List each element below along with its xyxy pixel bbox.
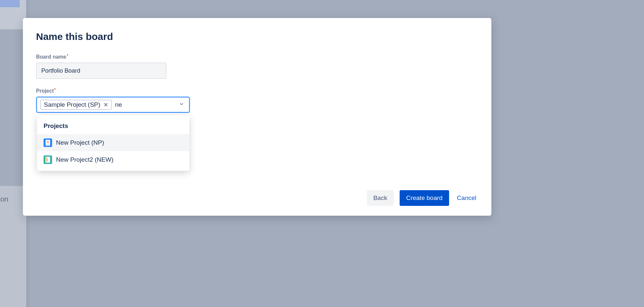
bg-panel-bottom <box>0 186 26 307</box>
dropdown-item-label: New Project (NP) <box>56 139 104 146</box>
chevron-down-icon <box>179 102 184 106</box>
project-search-input[interactable] <box>115 101 128 108</box>
dropdown-item-new-project2[interactable]: New Project2 (NEW) <box>37 151 189 168</box>
project-field-group: Project* Sample Project (SP) ✕ Projects … <box>36 88 478 113</box>
board-name-input[interactable] <box>36 63 166 79</box>
remove-chip-icon[interactable]: ✕ <box>103 102 109 108</box>
project-chip-label: Sample Project (SP) <box>44 101 100 108</box>
create-board-button[interactable]: Create board <box>400 190 449 206</box>
bg-truncated-text: ion <box>0 195 8 204</box>
project-icon <box>44 138 52 147</box>
cancel-button[interactable]: Cancel <box>455 190 478 206</box>
back-button[interactable]: Back <box>367 190 394 206</box>
project-icon <box>44 155 52 164</box>
name-board-modal: Name this board Board name* Project* Sam… <box>23 18 491 216</box>
dropdown-heading: Projects <box>37 122 189 134</box>
modal-title: Name this board <box>36 31 478 42</box>
board-name-field-group: Board name* <box>36 54 478 79</box>
dropdown-item-label: New Project2 (NEW) <box>56 156 113 163</box>
bg-highlight <box>0 0 20 7</box>
project-select[interactable]: Sample Project (SP) ✕ Projects New Proje… <box>36 97 190 113</box>
board-name-label: Board name <box>36 54 66 60</box>
project-dropdown: Projects New Project (NP) New Project2 (… <box>37 115 189 171</box>
project-label: Project <box>36 88 54 94</box>
dropdown-item-new-project[interactable]: New Project (NP) <box>37 134 189 151</box>
project-chip: Sample Project (SP) ✕ <box>40 100 112 110</box>
required-asterisk-icon: * <box>66 53 68 58</box>
required-asterisk-icon: * <box>54 87 56 92</box>
dropdown-toggle[interactable] <box>179 102 186 108</box>
modal-footer: Back Create board Cancel <box>36 184 478 206</box>
